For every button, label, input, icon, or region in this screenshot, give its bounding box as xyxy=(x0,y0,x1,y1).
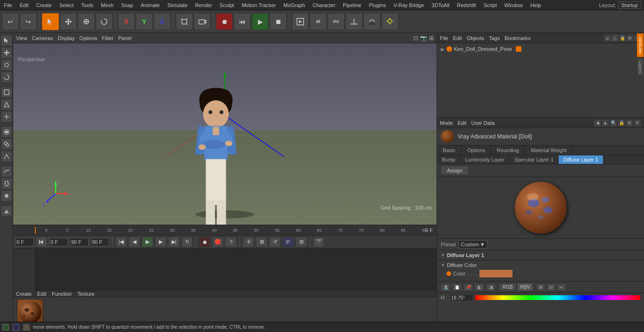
menu-sculpt[interactable]: Sculpt xyxy=(216,1,238,9)
am-menu-edit[interactable]: Edit xyxy=(458,120,467,126)
color-tool-4[interactable]: ⊟ xyxy=(546,283,556,291)
om-menu-edit[interactable]: Edit xyxy=(453,35,462,41)
color-tool-3[interactable]: ⊞ xyxy=(536,283,545,291)
left-btn-9[interactable] xyxy=(1,138,12,150)
preset-dropdown[interactable]: Custom ▼ xyxy=(459,240,487,249)
vp-menu-options[interactable]: Options xyxy=(79,35,97,41)
left-btn-8[interactable] xyxy=(1,126,12,138)
auto-record-btn[interactable]: 🔴 xyxy=(212,237,223,247)
menu-snap[interactable]: Snap xyxy=(117,1,137,9)
menu-file[interactable]: File xyxy=(0,1,16,9)
color-eyedropper[interactable]: 🔬 xyxy=(441,283,450,291)
om-menu-file[interactable]: File xyxy=(440,35,448,41)
menu-window[interactable]: Window xyxy=(501,1,527,9)
am-icon-search[interactable]: 🔍 xyxy=(610,119,617,127)
tl-btn-film[interactable]: 🎬 xyxy=(313,237,324,247)
record-button[interactable]: ⏺ xyxy=(216,13,233,30)
am-sub-tab-bump[interactable]: Bump xyxy=(437,155,461,164)
om-icon-1[interactable]: ⊿ xyxy=(603,34,611,42)
am-tab-basic[interactable]: Basic xyxy=(437,146,462,155)
x-axis-button[interactable]: X xyxy=(118,13,135,30)
color-icon-1[interactable]: ◧ xyxy=(475,283,484,291)
am-icon-fwd[interactable]: ▲ xyxy=(602,119,609,127)
color-paste[interactable]: 📌 xyxy=(463,283,473,291)
viewport[interactable]: View Cameras Display Options Filter Pane… xyxy=(13,33,437,225)
mat-menu-function[interactable]: Function xyxy=(52,291,72,297)
h-value-input[interactable] xyxy=(450,294,473,301)
am-icon-back[interactable]: ◀ xyxy=(594,119,601,127)
left-scale-btn[interactable] xyxy=(1,59,12,71)
step-back-btn[interactable] xyxy=(36,237,47,247)
scale-tool-button[interactable] xyxy=(78,13,95,30)
menu-render[interactable]: Render xyxy=(191,1,216,9)
rs-tab-layers[interactable]: Layers xyxy=(636,57,644,77)
left-btn-5[interactable] xyxy=(1,87,12,98)
vp-settings-icon[interactable]: ⊞ xyxy=(429,35,434,41)
play-btn[interactable]: ▶ xyxy=(142,237,153,247)
am-sub-tab-luminosity[interactable]: Luminosity Layer xyxy=(461,155,510,164)
vp-menu-cameras[interactable]: Cameras xyxy=(32,35,53,41)
menu-select[interactable]: Select xyxy=(56,1,78,9)
camera-button[interactable] xyxy=(194,13,211,30)
vp-menu-panel[interactable]: Panel xyxy=(118,35,132,41)
menu-simulate[interactable]: Simulate xyxy=(164,1,191,9)
tl-btn-scale2[interactable]: ⊠ xyxy=(256,237,267,247)
tl-btn-move[interactable]: ✛ xyxy=(243,237,254,247)
menu-animate[interactable]: Animate xyxy=(137,1,164,9)
am-tab-options[interactable]: Options xyxy=(462,146,491,155)
menu-script[interactable]: Script xyxy=(480,1,501,9)
color-swatch[interactable] xyxy=(479,270,512,277)
vp-menu-filter[interactable]: Filter xyxy=(102,35,113,41)
left-btn-13[interactable] xyxy=(1,190,12,202)
am-menu-user-data[interactable]: User Data xyxy=(471,120,495,126)
mat-menu-edit[interactable]: Edit xyxy=(37,291,46,297)
vp-maximize-icon[interactable]: ⊡ xyxy=(413,35,418,41)
hsv-mode-btn[interactable]: HSV xyxy=(517,283,534,291)
timeline-track-area[interactable] xyxy=(13,249,437,291)
menu-vray-bridge[interactable]: V-Ray Bridge xyxy=(390,1,428,9)
pv-button[interactable]: PV xyxy=(328,13,345,30)
menu-3dtoall[interactable]: 3DToAll xyxy=(428,1,453,9)
select-tool-button[interactable] xyxy=(42,13,59,30)
record-active-btn[interactable]: ⏺ xyxy=(199,237,210,247)
end-frame-input-2[interactable] xyxy=(91,238,109,246)
light-button[interactable] xyxy=(381,13,398,30)
om-icon-4[interactable]: ⚙ xyxy=(626,34,634,42)
layout-dropdown[interactable]: Startup xyxy=(618,1,641,9)
left-btn-14[interactable] xyxy=(1,205,12,217)
menu-tools[interactable]: Tools xyxy=(77,1,97,9)
tl-btn-grid[interactable]: ⊞ xyxy=(296,237,307,247)
om-menu-tags[interactable]: Tags xyxy=(489,35,500,41)
left-btn-6[interactable] xyxy=(1,99,12,110)
assign-button[interactable]: Assign xyxy=(441,166,469,175)
current-frame-input[interactable] xyxy=(49,238,68,246)
floor-button[interactable] xyxy=(346,13,363,30)
cube-button[interactable] xyxy=(176,13,193,30)
play-stop-button[interactable]: ⏹ xyxy=(270,13,287,30)
mat-menu-create[interactable]: Create xyxy=(16,291,32,297)
color-copy[interactable]: 📋 xyxy=(452,283,462,291)
rgb-mode-btn[interactable]: RGB xyxy=(499,283,516,291)
menu-mograph[interactable]: MoGraph xyxy=(280,1,309,9)
menu-pipeline[interactable]: Pipeline xyxy=(339,1,365,9)
render-view-button[interactable] xyxy=(292,13,309,30)
start-frame-input[interactable] xyxy=(15,238,34,246)
left-select-btn[interactable] xyxy=(1,35,12,46)
menu-motion-tracker[interactable]: Motion Tracker xyxy=(238,1,280,9)
sky-button[interactable] xyxy=(363,13,380,30)
play-back-button[interactable]: ⏮ xyxy=(234,13,251,30)
play-next-btn[interactable]: ▶ xyxy=(155,237,166,247)
menu-character[interactable]: Character xyxy=(309,1,339,9)
om-menu-objects[interactable]: Objects xyxy=(467,35,484,41)
redo-button[interactable]: ↪ xyxy=(20,13,37,30)
menu-edit[interactable]: Edit xyxy=(16,1,33,9)
am-icon-gear[interactable]: ⚙ xyxy=(626,119,633,127)
om-menu-bookmarks[interactable]: Bookmarks xyxy=(504,35,530,41)
menu-mesh[interactable]: Mesh xyxy=(97,1,117,9)
am-menu-mode[interactable]: Mode xyxy=(440,120,453,126)
menu-create[interactable]: Create xyxy=(33,1,56,9)
record-help-btn[interactable]: ? xyxy=(225,237,237,247)
left-btn-10[interactable] xyxy=(1,151,12,162)
h-slider[interactable] xyxy=(475,295,640,300)
move-tool-button[interactable] xyxy=(60,13,77,30)
